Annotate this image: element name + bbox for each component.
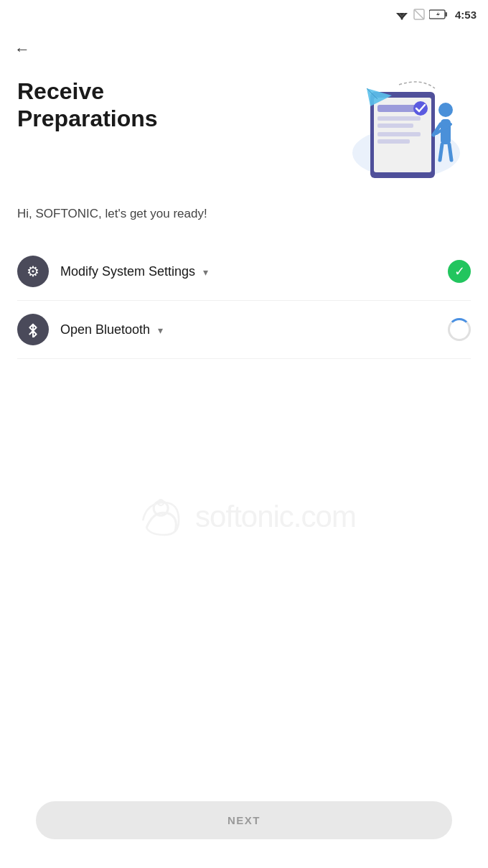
- no-sim-icon: [413, 9, 425, 20]
- svg-line-22: [440, 144, 442, 160]
- battery-icon: [429, 9, 448, 19]
- back-button[interactable]: ←: [0, 29, 44, 70]
- page-title: Receive Preparations: [17, 78, 218, 133]
- title-area: Receive Preparations: [17, 70, 327, 133]
- status-icons: 4:53: [395, 9, 477, 21]
- svg-rect-19: [441, 119, 451, 144]
- bluetooth-svg-icon: [25, 322, 41, 337]
- modify-system-settings-item[interactable]: ⚙ Modify System Settings ▾ ✓: [17, 243, 471, 301]
- svg-marker-8: [436, 11, 440, 17]
- svg-rect-12: [377, 105, 417, 112]
- open-bluetooth-item[interactable]: ✗ Open Bluetooth ▾: [17, 301, 471, 359]
- check-circle-icon: ✓: [448, 260, 471, 283]
- wifi-icon: [395, 9, 409, 20]
- items-list: ⚙ Modify System Settings ▾ ✓ ✗ Open Blue…: [0, 243, 488, 359]
- svg-rect-16: [377, 139, 410, 144]
- modify-system-settings-status: ✓: [448, 260, 471, 283]
- next-button-area: NEXT: [36, 801, 452, 839]
- modify-system-settings-icon-circle: ⚙: [17, 256, 49, 287]
- svg-rect-15: [377, 132, 421, 136]
- svg-rect-7: [445, 12, 447, 17]
- header-section: Receive Preparations: [0, 70, 488, 200]
- status-bar: 4:53: [0, 0, 488, 29]
- svg-point-18: [438, 103, 453, 117]
- watermark-text: softonic.com: [195, 500, 356, 534]
- softonic-logo-icon: [132, 488, 189, 546]
- svg-line-5: [414, 9, 424, 19]
- modify-system-settings-label: Modify System Settings ▾: [60, 264, 439, 279]
- loading-spinner: [448, 318, 471, 341]
- open-bluetooth-icon-circle: ✗: [17, 314, 49, 345]
- back-arrow-icon: ←: [14, 40, 30, 59]
- greeting-text: Hi, SOFTONIC, let's get you ready!: [0, 200, 488, 243]
- open-bluetooth-status: [448, 318, 471, 341]
- watermark: softonic.com: [132, 488, 356, 546]
- status-time: 4:53: [455, 9, 477, 21]
- header-illustration: [327, 70, 471, 185]
- modify-chevron-icon: ▾: [203, 266, 208, 278]
- svg-rect-13: [377, 116, 421, 121]
- bluetooth-chevron-icon: ▾: [158, 325, 163, 336]
- svg-point-3: [400, 17, 403, 19]
- open-bluetooth-label: Open Bluetooth ▾: [60, 322, 439, 337]
- svg-line-23: [449, 144, 451, 160]
- svg-rect-14: [377, 123, 413, 128]
- gear-icon: ⚙: [27, 263, 39, 280]
- next-button[interactable]: NEXT: [36, 801, 452, 839]
